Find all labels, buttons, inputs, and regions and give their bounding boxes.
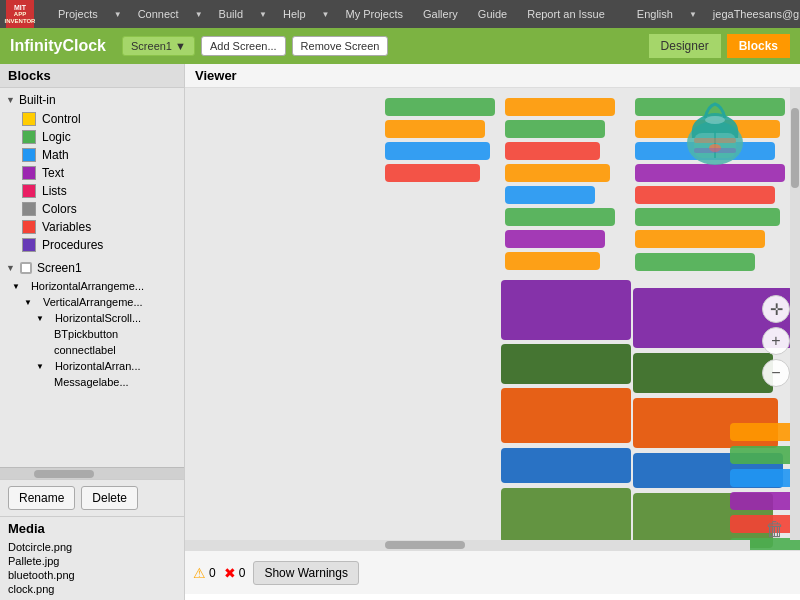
sidebar-item-label: Variables <box>42 220 91 234</box>
nav-help[interactable]: Help <box>279 6 310 22</box>
builtin-section: ▼ Built-in ControlLogicMathTextListsColo… <box>0 88 184 256</box>
nav-gallery[interactable]: Gallery <box>419 6 462 22</box>
media-header: Media <box>8 521 176 536</box>
builtin-section-header[interactable]: ▼ Built-in <box>0 90 184 110</box>
block-2[interactable] <box>505 142 600 160</box>
svg-point-17 <box>705 116 725 124</box>
screen1-section: ▼ Screen1 ▼HorizontalArrangeme...▼Vertic… <box>0 256 184 392</box>
zoom-out-button[interactable]: − <box>762 359 790 387</box>
logo-area: MIT APPINVENTOR <box>6 0 34 28</box>
block-12[interactable] <box>501 488 631 543</box>
sidebar-item-label: Procedures <box>42 238 103 252</box>
block-23[interactable] <box>633 353 773 393</box>
block-11[interactable] <box>501 448 631 483</box>
add-screen-button[interactable]: Add Screen... <box>201 36 286 56</box>
blocks-header: Blocks <box>0 64 184 88</box>
second-bar: InfinityClock Screen1 ▼ Add Screen... Re… <box>0 28 800 64</box>
viewer-content[interactable]: ✛ + − 🗑 ⚠ 0 ✖ 0 <box>185 88 800 594</box>
nav-english[interactable]: English <box>633 6 677 22</box>
main-content: Blocks ▼ Built-in ControlLogicMathTextLi… <box>0 64 800 600</box>
media-item[interactable]: Pallete.jpg <box>8 554 176 568</box>
warning-indicator: ⚠ 0 <box>193 565 216 581</box>
tree-collapse-icon: ▼ <box>36 362 44 371</box>
block-1[interactable] <box>505 120 605 138</box>
builtin-label: Built-in <box>19 93 56 107</box>
sidebar-item-logic[interactable]: Logic <box>0 128 184 146</box>
tree-item-2[interactable]: ▼HorizontalScroll... <box>0 310 184 326</box>
horizontal-scrollbar[interactable] <box>185 540 750 550</box>
svg-rect-22 <box>694 148 736 153</box>
block-8[interactable] <box>501 280 631 340</box>
show-warnings-button[interactable]: Show Warnings <box>253 561 359 585</box>
block-18[interactable] <box>635 186 775 204</box>
sidebar-item-label: Control <box>42 112 81 126</box>
nav-account[interactable]: jegaTheesans@gmail.com <box>709 6 800 22</box>
sidebar-item-procedures[interactable]: Procedures <box>0 236 184 254</box>
sidebar-item-label: Logic <box>42 130 71 144</box>
component-label: HorizontalArran... <box>55 360 141 372</box>
block-21[interactable] <box>635 253 755 271</box>
trash-icon[interactable]: 🗑 <box>760 514 790 544</box>
scroll-handle[interactable] <box>34 470 94 478</box>
remove-screen-button[interactable]: Remove Screen <box>292 36 389 56</box>
delete-button[interactable]: Delete <box>81 486 138 510</box>
designer-button[interactable]: Designer <box>649 34 721 58</box>
sidebar: Blocks ▼ Built-in ControlLogicMathTextLi… <box>0 64 185 600</box>
media-item[interactable]: clock.png <box>8 582 176 596</box>
sidebar-item-math[interactable]: Math <box>0 146 184 164</box>
vertical-scrollbar[interactable] <box>790 88 800 540</box>
block-3[interactable] <box>505 164 610 182</box>
screen1-header[interactable]: ▼ Screen1 <box>0 258 184 278</box>
vertical-scrollbar-thumb[interactable] <box>791 108 799 188</box>
block-34[interactable] <box>385 98 495 116</box>
logo-full: APPINVENTOR <box>5 11 36 24</box>
block-7[interactable] <box>505 252 600 270</box>
nav-build[interactable]: Build <box>215 6 247 22</box>
rename-button[interactable]: Rename <box>8 486 75 510</box>
block-36[interactable] <box>385 142 490 160</box>
media-items: Dotcircle.pngPallete.jpgbluetooth.pngclo… <box>8 540 176 596</box>
screen1-dropdown[interactable]: Screen1 ▼ <box>122 36 195 56</box>
nav-projects[interactable]: Projects <box>54 6 102 22</box>
block-37[interactable] <box>385 164 480 182</box>
nav-connect[interactable]: Connect <box>134 6 183 22</box>
sidebar-item-colors[interactable]: Colors <box>0 200 184 218</box>
nav-report[interactable]: Report an Issue <box>523 6 609 22</box>
sidebar-scroll[interactable]: ▼ Built-in ControlLogicMathTextListsColo… <box>0 88 184 467</box>
block-20[interactable] <box>635 230 765 248</box>
sidebar-item-lists[interactable]: Lists <box>0 182 184 200</box>
nav-guide[interactable]: Guide <box>474 6 511 22</box>
block-9[interactable] <box>501 344 631 384</box>
tree-item-3[interactable]: BTpickbutton <box>0 326 184 342</box>
tree-item-5[interactable]: ▼HorizontalArran... <box>0 358 184 374</box>
horizontal-scrollbar-thumb[interactable] <box>385 541 465 549</box>
zoom-in-button[interactable]: + <box>762 327 790 355</box>
media-item[interactable]: Dotcircle.png <box>8 540 176 554</box>
block-4[interactable] <box>505 186 595 204</box>
bag-image <box>680 98 750 168</box>
media-item[interactable]: bluetooth.png <box>8 568 176 582</box>
error-indicator: ✖ 0 <box>224 565 246 581</box>
block-10[interactable] <box>501 388 631 443</box>
block-19[interactable] <box>635 208 780 226</box>
block-6[interactable] <box>505 230 605 248</box>
viewer-bottom: ⚠ 0 ✖ 0 Show Warnings <box>185 550 800 594</box>
block-0[interactable] <box>505 98 615 116</box>
zoom-move-icon[interactable]: ✛ <box>762 295 790 323</box>
screen1-label: Screen1 <box>37 261 82 275</box>
block-35[interactable] <box>385 120 485 138</box>
screen1-collapse-icon: ▼ <box>6 263 15 273</box>
svg-rect-1 <box>22 264 30 272</box>
blocks-button[interactable]: Blocks <box>727 34 790 58</box>
tree-item-0[interactable]: ▼HorizontalArrangeme... <box>0 278 184 294</box>
sidebar-item-label: Lists <box>42 184 67 198</box>
sidebar-item-control[interactable]: Control <box>0 110 184 128</box>
block-5[interactable] <box>505 208 615 226</box>
nav-my-projects[interactable]: My Projects <box>342 6 407 22</box>
sidebar-item-text[interactable]: Text <box>0 164 184 182</box>
sidebar-item-variables[interactable]: Variables <box>0 218 184 236</box>
tree-item-6[interactable]: Messagelabe... <box>0 374 184 390</box>
tree-item-4[interactable]: connectlabel <box>0 342 184 358</box>
scroll-handle-area <box>0 467 184 479</box>
tree-item-1[interactable]: ▼VerticalArrangeme... <box>0 294 184 310</box>
